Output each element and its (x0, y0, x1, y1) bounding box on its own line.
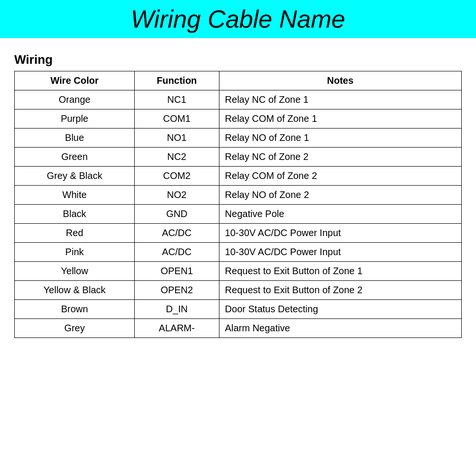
cell-function: COM1 (135, 109, 219, 129)
table-row: GreyALARM-Alarm Negative (15, 319, 462, 338)
table-header-row: Wire Color Function Notes (15, 71, 462, 90)
cell-notes: 10-30V AC/DC Power Input (219, 243, 461, 262)
table-row: OrangeNC1Relay NC of Zone 1 (15, 90, 462, 109)
cell-function: NO1 (135, 129, 219, 148)
main-content: Wiring Wire Color Function Notes OrangeN… (0, 38, 476, 347)
cell-function: D_IN (135, 300, 219, 319)
cell-wire-color: Red (15, 224, 135, 243)
cell-wire-color: Grey (15, 319, 135, 338)
cell-function: OPEN2 (135, 281, 219, 300)
cell-wire-color: Green (15, 148, 135, 167)
cell-wire-color: Yellow & Black (15, 281, 135, 300)
cell-wire-color: Grey & Black (15, 167, 135, 186)
cell-notes: Relay NO of Zone 1 (219, 129, 461, 148)
page-header: Wiring Cable Name (0, 0, 476, 38)
cell-wire-color: Purple (15, 109, 135, 129)
col-header-function: Function (135, 71, 219, 90)
cell-wire-color: Orange (15, 90, 135, 109)
table-row: BrownD_INDoor Status Detecting (15, 300, 462, 319)
table-row: WhiteNO2Relay NO of Zone 2 (15, 186, 462, 205)
cell-function: NC1 (135, 90, 219, 109)
col-header-wire-color: Wire Color (15, 71, 135, 90)
cell-notes: Negative Pole (219, 205, 461, 224)
cell-notes: Request to Exit Button of Zone 1 (219, 262, 461, 281)
table-row: YellowOPEN1Request to Exit Button of Zon… (15, 262, 462, 281)
cell-wire-color: Brown (15, 300, 135, 319)
cell-wire-color: Yellow (15, 262, 135, 281)
section-label: Wiring (14, 52, 462, 67)
cell-notes: Relay NC of Zone 1 (219, 90, 461, 109)
cell-wire-color: White (15, 186, 135, 205)
table-body: OrangeNC1Relay NC of Zone 1PurpleCOM1Rel… (15, 90, 462, 338)
col-header-notes: Notes (219, 71, 461, 90)
cell-notes: Relay NO of Zone 2 (219, 186, 461, 205)
cell-function: COM2 (135, 167, 219, 186)
cell-notes: Relay COM of Zone 2 (219, 167, 461, 186)
table-row: GreenNC2Relay NC of Zone 2 (15, 148, 462, 167)
wiring-table: Wire Color Function Notes OrangeNC1Relay… (14, 71, 462, 338)
page-title: Wiring Cable Name (131, 5, 345, 33)
table-row: PinkAC/DC10-30V AC/DC Power Input (15, 243, 462, 262)
table-row: BlueNO1Relay NO of Zone 1 (15, 129, 462, 148)
cell-function: GND (135, 205, 219, 224)
table-row: Yellow & BlackOPEN2Request to Exit Butto… (15, 281, 462, 300)
cell-notes: Door Status Detecting (219, 300, 461, 319)
cell-function: NO2 (135, 186, 219, 205)
cell-wire-color: Black (15, 205, 135, 224)
cell-function: AC/DC (135, 224, 219, 243)
cell-notes: Alarm Negative (219, 319, 461, 338)
cell-notes: Relay COM of Zone 1 (219, 109, 461, 129)
cell-wire-color: Pink (15, 243, 135, 262)
table-row: RedAC/DC10-30V AC/DC Power Input (15, 224, 462, 243)
cell-wire-color: Blue (15, 129, 135, 148)
cell-function: NC2 (135, 148, 219, 167)
cell-function: AC/DC (135, 243, 219, 262)
table-row: PurpleCOM1Relay COM of Zone 1 (15, 109, 462, 129)
table-row: Grey & BlackCOM2Relay COM of Zone 2 (15, 167, 462, 186)
table-row: BlackGNDNegative Pole (15, 205, 462, 224)
cell-function: OPEN1 (135, 262, 219, 281)
cell-notes: 10-30V AC/DC Power Input (219, 224, 461, 243)
cell-notes: Relay NC of Zone 2 (219, 148, 461, 167)
cell-notes: Request to Exit Button of Zone 2 (219, 281, 461, 300)
cell-function: ALARM- (135, 319, 219, 338)
